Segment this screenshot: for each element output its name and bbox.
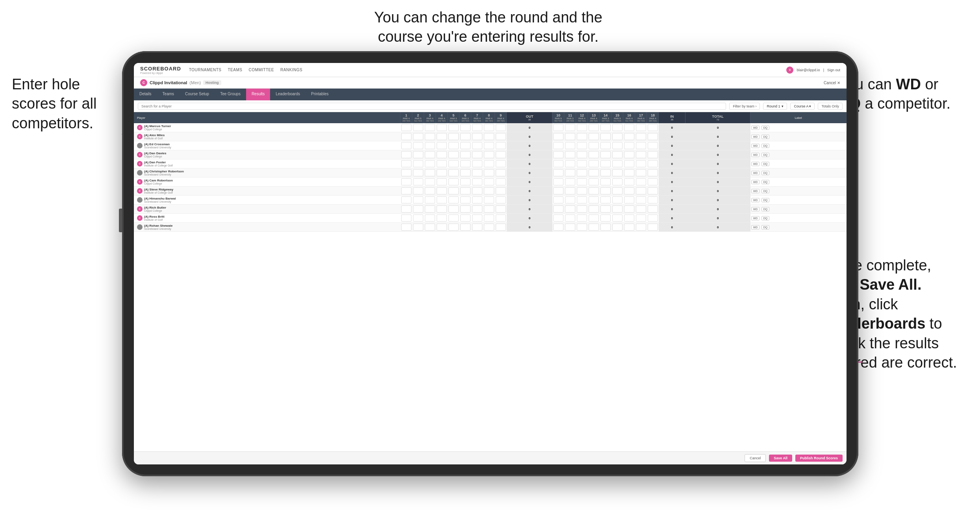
hole-5-input[interactable]: [448, 214, 459, 222]
hole-10-input[interactable]: [553, 151, 563, 158]
hole-3-input[interactable]: [425, 151, 435, 158]
hole-10-input[interactable]: [553, 142, 563, 149]
wd-button[interactable]: WD: [751, 162, 760, 166]
hole-7-input[interactable]: [472, 196, 482, 203]
wd-button[interactable]: WD: [751, 198, 760, 202]
hole-7-input[interactable]: [472, 169, 482, 176]
hole-14-input[interactable]: [600, 124, 611, 131]
hole-11-input[interactable]: [565, 160, 575, 167]
round-selector[interactable]: Round 1 ▾: [763, 103, 787, 110]
hole-18-input[interactable]: [648, 142, 658, 149]
hole-9-input[interactable]: [496, 124, 506, 131]
dq-button[interactable]: DQ: [761, 198, 770, 202]
nav-teams[interactable]: TEAMS: [228, 68, 242, 72]
hole-14-input[interactable]: [600, 151, 611, 158]
publish-round-button[interactable]: Publish Round Scores: [795, 455, 843, 462]
hole-7-input[interactable]: [472, 133, 482, 140]
hole-3-input[interactable]: [425, 187, 435, 194]
hole-13-input[interactable]: [589, 160, 599, 167]
cancel-footer-button[interactable]: Cancel: [745, 454, 766, 462]
hole-10-input[interactable]: [553, 214, 563, 222]
hole-11-input[interactable]: [565, 124, 575, 131]
hole-2-input[interactable]: [413, 169, 423, 176]
hole-1-input[interactable]: [401, 178, 411, 185]
hole-16-input[interactable]: [624, 133, 634, 140]
hole-7-input[interactable]: [472, 187, 482, 194]
hole-16-input[interactable]: [624, 142, 634, 149]
hole-13-input[interactable]: [589, 169, 599, 176]
hole-17-input[interactable]: [636, 160, 646, 167]
hole-13-input[interactable]: [589, 133, 599, 140]
hole-13-input[interactable]: [589, 205, 599, 213]
hole-16-input[interactable]: [624, 160, 634, 167]
dq-button[interactable]: DQ: [761, 216, 770, 220]
dq-button[interactable]: DQ: [761, 225, 770, 229]
wd-button[interactable]: WD: [751, 225, 760, 229]
hole-3-input[interactable]: [425, 196, 435, 203]
hole-8-input[interactable]: [484, 205, 494, 213]
hole-13-input[interactable]: [589, 124, 599, 131]
hole-4-input[interactable]: [437, 187, 447, 194]
hole-10-input[interactable]: [553, 160, 563, 167]
hole-5-input[interactable]: [448, 196, 459, 203]
hole-11-input[interactable]: [565, 196, 575, 203]
hole-8-input[interactable]: [484, 224, 494, 231]
hole-11-input[interactable]: [565, 178, 575, 185]
hole-2-input[interactable]: [413, 124, 423, 131]
hole-5-input[interactable]: [448, 160, 459, 167]
hole-10-input[interactable]: [553, 124, 563, 131]
hole-16-input[interactable]: [624, 178, 634, 185]
wd-button[interactable]: WD: [751, 207, 760, 211]
nav-tournaments[interactable]: TOURNAMENTS: [189, 68, 222, 72]
hole-6-input[interactable]: [460, 196, 471, 203]
hole-6-input[interactable]: [460, 151, 471, 158]
hole-12-input[interactable]: [577, 196, 587, 203]
hole-14-input[interactable]: [600, 160, 611, 167]
hole-16-input[interactable]: [624, 124, 634, 131]
hole-8-input[interactable]: [484, 169, 494, 176]
hole-4-input[interactable]: [437, 214, 447, 222]
search-input[interactable]: [138, 103, 726, 110]
hole-12-input[interactable]: [577, 205, 587, 213]
hole-4-input[interactable]: [437, 205, 447, 213]
hole-7-input[interactable]: [472, 214, 482, 222]
wd-button[interactable]: WD: [751, 153, 760, 157]
hole-15-input[interactable]: [612, 124, 622, 131]
hole-9-input[interactable]: [496, 196, 506, 203]
hole-2-input[interactable]: [413, 214, 423, 222]
hole-9-input[interactable]: [496, 224, 506, 231]
hole-13-input[interactable]: [589, 151, 599, 158]
hole-15-input[interactable]: [612, 224, 622, 231]
hole-1-input[interactable]: [401, 142, 411, 149]
hole-18-input[interactable]: [648, 187, 658, 194]
hole-13-input[interactable]: [589, 142, 599, 149]
hole-1-input[interactable]: [401, 214, 411, 222]
hole-9-input[interactable]: [496, 151, 506, 158]
hole-1-input[interactable]: [401, 151, 411, 158]
hole-14-input[interactable]: [600, 224, 611, 231]
dq-button[interactable]: DQ: [761, 144, 770, 148]
hole-4-input[interactable]: [437, 151, 447, 158]
hole-10-input[interactable]: [553, 196, 563, 203]
hole-15-input[interactable]: [612, 196, 622, 203]
wd-button[interactable]: WD: [751, 216, 760, 220]
hole-1-input[interactable]: [401, 187, 411, 194]
hole-8-input[interactable]: [484, 214, 494, 222]
dq-button[interactable]: DQ: [761, 153, 770, 157]
hole-9-input[interactable]: [496, 142, 506, 149]
hole-2-input[interactable]: [413, 160, 423, 167]
hole-6-input[interactable]: [460, 160, 471, 167]
dq-button[interactable]: DQ: [761, 162, 770, 166]
hole-8-input[interactable]: [484, 196, 494, 203]
hole-18-input[interactable]: [648, 151, 658, 158]
hole-9-input[interactable]: [496, 205, 506, 213]
dq-button[interactable]: DQ: [761, 207, 770, 211]
hole-9-input[interactable]: [496, 178, 506, 185]
hole-14-input[interactable]: [600, 205, 611, 213]
cancel-tournament-btn[interactable]: Cancel ✕: [824, 81, 840, 85]
hole-4-input[interactable]: [437, 196, 447, 203]
hole-3-input[interactable]: [425, 169, 435, 176]
hole-17-input[interactable]: [636, 205, 646, 213]
hole-4-input[interactable]: [437, 169, 447, 176]
hole-6-input[interactable]: [460, 187, 471, 194]
